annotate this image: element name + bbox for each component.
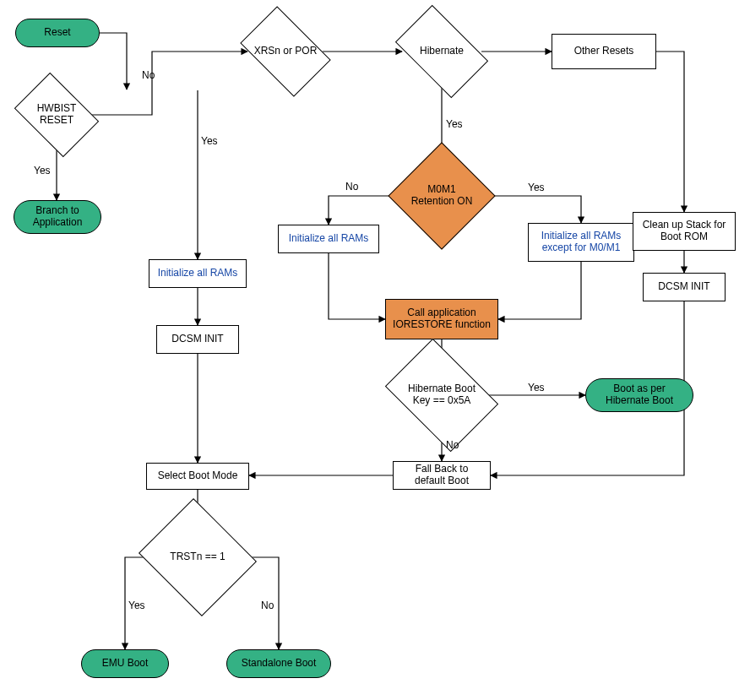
terminator-branch-to-application: Branch to Application	[14, 200, 101, 234]
label-reset: Reset	[44, 27, 70, 39]
label-init-rams-right: Initialize all RAMs except for M0/M1	[541, 230, 622, 253]
edge-m0m1-yes: Yes	[528, 182, 545, 193]
edge-hibkey-yes: Yes	[528, 382, 545, 393]
label-cleanup-stack: Clean up Stack for Boot ROM	[639, 220, 730, 243]
label-iorestore: Call application IORESTORE function	[391, 307, 492, 331]
label-init-rams-mid: Initialize all RAMs	[289, 233, 369, 245]
decision-hibernate-boot-key: Hibernate Boot Key == 0x5A	[395, 361, 488, 429]
decision-m0m1-retention: M0M1 Retention ON	[404, 158, 480, 234]
label-trstn: TRSTn == 1	[166, 551, 228, 563]
edge-hwbist-no: No	[142, 69, 155, 81]
label-hibernate: Hibernate	[416, 46, 467, 57]
terminator-emu-boot: EMU Boot	[81, 649, 169, 678]
process-init-rams-mid: Initialize all RAMs	[278, 225, 379, 253]
process-fallback-boot: Fall Back to default Boot	[393, 461, 491, 490]
process-dcsm-init-left: DCSM INIT	[156, 325, 239, 354]
process-other-resets: Other Resets	[552, 34, 656, 69]
edge-trstn-yes: Yes	[128, 600, 145, 611]
process-init-rams-except: Initialize all RAMs except for M0/M1	[528, 223, 634, 262]
edge-xrsn-yes: Yes	[201, 135, 218, 147]
process-dcsm-init-right: DCSM INIT	[643, 273, 726, 301]
edge-hibkey-no: No	[446, 439, 459, 451]
process-cleanup-stack: Clean up Stack for Boot ROM	[633, 212, 736, 251]
process-iorestore: Call application IORESTORE function	[385, 299, 498, 339]
label-m0m1: M0M1 Retention ON	[404, 184, 480, 208]
label-other-resets: Other Resets	[574, 46, 634, 57]
label-dcsm-right: DCSM INIT	[658, 281, 709, 293]
label-hib-key: Hibernate Boot Key == 0x5A	[395, 383, 488, 407]
label-xrsn-por: XRSn or POR	[251, 46, 321, 57]
edge-hib-yes: Yes	[446, 118, 463, 130]
decision-hwbist-reset: HWBIST RESET	[22, 90, 91, 140]
edge-hwbist-yes: Yes	[34, 165, 51, 176]
label-emu-boot: EMU Boot	[102, 658, 149, 670]
terminator-standalone-boot: Standalone Boot	[226, 649, 331, 678]
process-init-rams-left: Initialize all RAMs	[149, 259, 247, 288]
decision-hibernate: Hibernate	[402, 25, 481, 78]
label-boot-hib: Boot as per Hibernate Boot	[598, 383, 681, 407]
label-init-rams-left: Initialize all RAMs	[158, 268, 238, 279]
terminator-reset: Reset	[15, 19, 100, 47]
decision-trstn: TRSTn == 1	[153, 518, 242, 596]
decision-xrsn-or-por: XRSn or POR	[247, 25, 323, 78]
label-select-boot: Select Boot Mode	[158, 470, 238, 482]
edge-m0m1-no: No	[345, 181, 358, 193]
process-select-boot-mode: Select Boot Mode	[146, 463, 249, 490]
label-dcsm-left: DCSM INIT	[171, 334, 223, 345]
terminator-boot-hibernate: Boot as per Hibernate Boot	[585, 378, 693, 412]
label-hwbist: HWBIST RESET	[22, 103, 91, 127]
label-branch-app: Branch to Application	[26, 205, 89, 229]
label-fallback: Fall Back to default Boot	[399, 464, 485, 487]
label-standalone: Standalone Boot	[242, 658, 317, 670]
edge-trstn-no: No	[261, 600, 274, 611]
